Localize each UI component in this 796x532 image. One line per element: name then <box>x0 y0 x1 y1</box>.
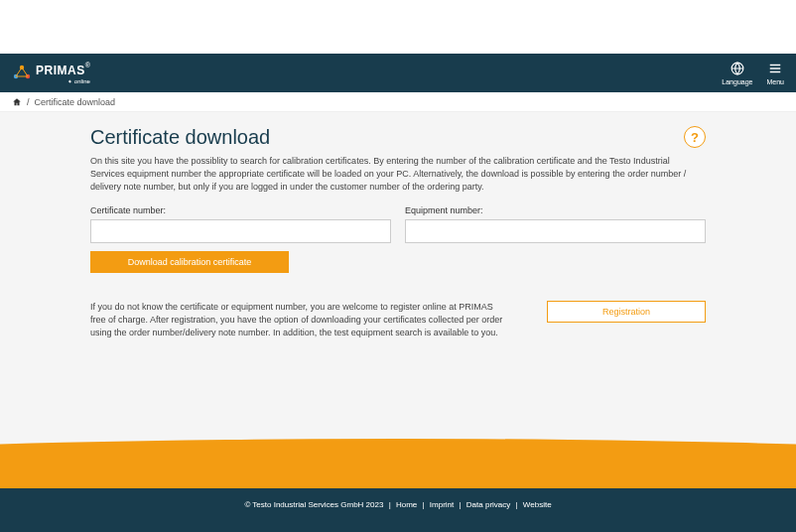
language-label: Language <box>722 78 752 85</box>
menu-label: Menu <box>766 78 784 85</box>
registration-button-label: Registration <box>602 307 650 317</box>
registration-button[interactable]: Registration <box>547 301 706 323</box>
breadcrumb-separator: / <box>27 97 30 107</box>
footer-separator: | <box>460 500 462 509</box>
footer-separator: | <box>389 500 391 509</box>
hamburger-icon <box>768 62 782 76</box>
primas-logo-icon <box>12 64 32 83</box>
svg-line-3 <box>16 67 22 76</box>
help-button[interactable]: ? <box>684 126 706 148</box>
download-certificate-button[interactable]: Download calibration certificate <box>90 251 289 273</box>
page-footer: © Testo Industrial Services GmbH 2023 | … <box>0 488 796 532</box>
pre-header-whitespace <box>0 0 796 54</box>
intro-paragraph: On this site you have the possiblity to … <box>90 155 706 194</box>
brand-name: PRIMAS <box>36 64 85 77</box>
main-content: Certificate download ? On this site you … <box>0 112 796 532</box>
menu-toggle[interactable]: Menu <box>766 62 784 85</box>
language-switcher[interactable]: Language <box>722 62 752 85</box>
brand-text: PRIMAS® ➧ online <box>36 62 90 84</box>
download-button-label: Download calibration certificate <box>128 257 252 267</box>
footer-separator: | <box>516 500 518 509</box>
svg-line-4 <box>22 67 28 76</box>
footer-link-imprint[interactable]: Imprint <box>430 500 454 509</box>
breadcrumb-home[interactable] <box>12 97 22 107</box>
help-icon: ? <box>691 130 699 145</box>
globe-icon <box>730 62 744 76</box>
breadcrumb: / Certificate download <box>0 92 796 112</box>
footer-wave-decoration <box>0 439 796 488</box>
page-title: Certificate download <box>90 126 270 149</box>
brand-registered: ® <box>85 62 90 68</box>
footer-copyright: © Testo Industrial Services GmbH 2023 <box>244 500 383 509</box>
app-header: PRIMAS® ➧ online Language <box>0 54 796 92</box>
footer-link-website[interactable]: Website <box>523 500 552 509</box>
brand-subline: ➧ online <box>36 78 90 84</box>
certificate-number-label: Certificate number: <box>90 205 391 215</box>
registration-info-text: If you do not know the certificate or eq… <box>90 301 507 339</box>
home-icon <box>12 97 22 107</box>
breadcrumb-current: Certificate download <box>35 97 116 107</box>
footer-link-privacy[interactable]: Data privacy <box>466 500 510 509</box>
footer-link-home[interactable]: Home <box>396 500 417 509</box>
brand-logo[interactable]: PRIMAS® ➧ online <box>12 62 90 84</box>
certificate-number-input[interactable] <box>90 219 391 243</box>
equipment-number-label: Equipment number: <box>405 205 706 215</box>
equipment-number-input[interactable] <box>405 219 706 243</box>
footer-separator: | <box>423 500 425 509</box>
